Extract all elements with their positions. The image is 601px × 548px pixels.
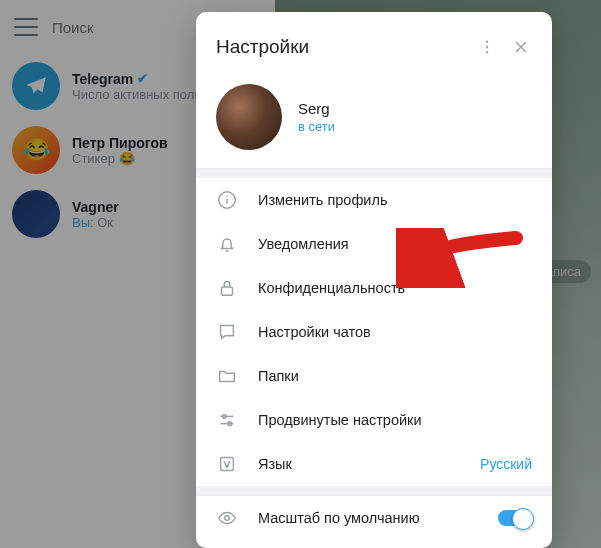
settings-menu: Изменить профиль Уведомления Конфиденциа… bbox=[196, 178, 552, 486]
menu-item-privacy[interactable]: Конфиденциальность bbox=[196, 266, 552, 310]
menu-label: Уведомления bbox=[258, 236, 532, 252]
menu-item-language[interactable]: Язык Русский bbox=[196, 442, 552, 486]
modal-header: Настройки bbox=[196, 12, 552, 78]
svg-rect-11 bbox=[221, 458, 234, 471]
modal-title: Настройки bbox=[216, 36, 470, 58]
svg-point-0 bbox=[486, 41, 488, 43]
svg-rect-6 bbox=[222, 287, 233, 295]
lock-icon bbox=[216, 277, 238, 299]
profile-avatar bbox=[216, 84, 282, 150]
profile-section[interactable]: Serg в сети bbox=[196, 78, 552, 168]
menu-label: Конфиденциальность bbox=[258, 280, 532, 296]
chat-icon bbox=[216, 321, 238, 343]
menu-item-notifications[interactable]: Уведомления bbox=[196, 222, 552, 266]
svg-point-5 bbox=[226, 196, 227, 197]
language-icon bbox=[216, 453, 238, 475]
settings-modal: Настройки Serg в сети Изменить профиль У… bbox=[196, 12, 552, 548]
svg-point-1 bbox=[486, 46, 488, 48]
close-icon[interactable] bbox=[504, 30, 538, 64]
language-value: Русский bbox=[480, 456, 532, 472]
more-icon[interactable] bbox=[470, 30, 504, 64]
separator bbox=[196, 168, 552, 178]
profile-name: Serg bbox=[298, 100, 335, 117]
menu-label: Изменить профиль bbox=[258, 192, 532, 208]
svg-point-13 bbox=[225, 516, 230, 521]
menu-label: Язык bbox=[258, 456, 460, 472]
menu-item-edit-profile[interactable]: Изменить профиль bbox=[196, 178, 552, 222]
menu-label: Настройки чатов bbox=[258, 324, 532, 340]
info-icon bbox=[216, 189, 238, 211]
menu-label: Продвинутые настройки bbox=[258, 412, 532, 428]
separator bbox=[196, 486, 552, 496]
menu-label: Масштаб по умолчанию bbox=[258, 510, 478, 526]
profile-status: в сети bbox=[298, 119, 335, 134]
menu-label: Папки bbox=[258, 368, 532, 384]
menu-item-folders[interactable]: Папки bbox=[196, 354, 552, 398]
svg-point-2 bbox=[486, 51, 488, 53]
settings-menu-2: Масштаб по умолчанию bbox=[196, 496, 552, 540]
scale-toggle[interactable] bbox=[498, 510, 532, 526]
eye-icon bbox=[216, 507, 238, 529]
menu-item-chat-settings[interactable]: Настройки чатов bbox=[196, 310, 552, 354]
sliders-icon bbox=[216, 409, 238, 431]
bell-icon bbox=[216, 233, 238, 255]
folder-icon bbox=[216, 365, 238, 387]
menu-item-advanced[interactable]: Продвинутые настройки bbox=[196, 398, 552, 442]
menu-item-default-scale[interactable]: Масштаб по умолчанию bbox=[196, 496, 552, 540]
